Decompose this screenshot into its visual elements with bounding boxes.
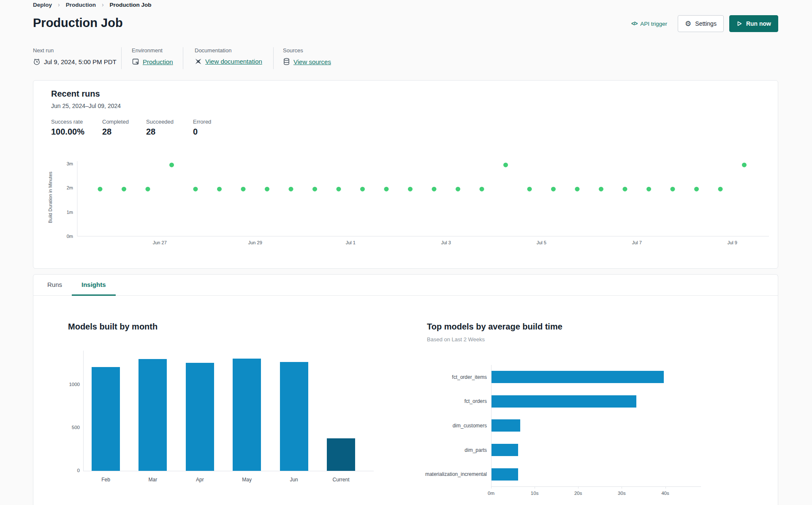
month-bar[interactable] <box>92 367 120 471</box>
month-bar[interactable] <box>139 359 167 471</box>
run-point[interactable] <box>122 187 126 192</box>
y-axis-line <box>83 351 84 471</box>
run-point[interactable] <box>289 187 293 192</box>
settings-button[interactable]: ⚙ Settings <box>678 15 724 32</box>
x-tick-mark <box>622 486 622 489</box>
y-tick: 0m <box>67 234 73 239</box>
tab-insights[interactable]: Insights <box>72 275 116 296</box>
run-point[interactable] <box>432 187 437 192</box>
run-point[interactable] <box>599 187 603 192</box>
build-time-bar[interactable] <box>492 371 664 383</box>
y-tick: 1m <box>67 210 73 215</box>
run-point[interactable] <box>408 187 413 192</box>
x-tick: Jul 3 <box>441 240 451 245</box>
next-run-value: Jul 9, 2024, 5:00 PM PDT <box>44 58 117 65</box>
api-trigger-label: API trigger <box>640 21 667 27</box>
header-actions: </> API trigger ⚙ Settings Run now <box>631 15 778 32</box>
x-axis-line <box>491 486 701 487</box>
gear-icon: ⚙ <box>685 20 691 27</box>
build-time-bar[interactable] <box>492 444 518 456</box>
environment-icon <box>132 58 139 65</box>
info-label: Environment <box>132 47 173 54</box>
run-point[interactable] <box>312 187 317 192</box>
run-point[interactable] <box>742 162 747 167</box>
x-tick-mark <box>535 486 535 489</box>
build-time-bar[interactable] <box>492 468 518 481</box>
model-label: materialization_incremental <box>343 471 487 477</box>
x-tick: Jul 7 <box>632 240 642 245</box>
x-category-label: Jun <box>273 477 315 483</box>
x-category-label: Mar <box>132 477 174 483</box>
view-sources-link[interactable]: View sources <box>293 58 331 65</box>
run-point[interactable] <box>217 187 222 192</box>
run-point[interactable] <box>671 187 675 192</box>
run-point[interactable] <box>646 187 651 192</box>
insights-card: Runs Insights Models built by month 0500… <box>33 274 778 505</box>
models-by-month-chart: 05001000FebMarAprMayJunCurrent <box>41 346 396 492</box>
api-trigger-link[interactable]: </> API trigger <box>631 21 667 27</box>
run-now-button[interactable]: Run now <box>729 15 778 32</box>
run-point[interactable] <box>193 187 198 192</box>
run-point[interactable] <box>551 187 556 192</box>
run-duration-chart: Build Duration in Minutes 3m2m1m0mJun 27… <box>41 159 771 251</box>
info-label: Documentation <box>195 47 262 54</box>
breadcrumb-production-job: Production Job <box>110 2 152 8</box>
run-point[interactable] <box>146 187 150 192</box>
run-point[interactable] <box>718 187 723 192</box>
run-point[interactable] <box>98 187 103 192</box>
run-point[interactable] <box>480 187 484 192</box>
run-point[interactable] <box>384 187 389 192</box>
model-label: dim_customers <box>343 423 487 429</box>
run-point[interactable] <box>265 187 269 192</box>
page: Deploy › Production › Production Job Pro… <box>0 0 812 505</box>
tab-runs[interactable]: Runs <box>38 275 72 296</box>
build-time-bar[interactable] <box>492 395 636 408</box>
x-tick: Jul 1 <box>346 240 356 245</box>
month-bar[interactable] <box>280 362 308 471</box>
build-time-bar[interactable] <box>492 419 520 432</box>
x-tick: 10s <box>524 491 545 496</box>
info-next-run: Next run Jul 9, 2024, 5:00 PM PDT <box>33 47 117 65</box>
y-tick: 1000 <box>58 382 80 387</box>
x-category-label: May <box>226 477 268 483</box>
x-tick-mark <box>665 486 666 489</box>
run-point[interactable] <box>623 187 627 192</box>
y-tick: 3m <box>67 161 73 166</box>
clock-icon <box>33 58 41 65</box>
run-point[interactable] <box>575 187 580 192</box>
y-tick: 0 <box>58 468 80 473</box>
recent-runs-date-range: Jun 25, 2024–Jul 09, 2024 <box>51 103 121 109</box>
chevron-right-icon: › <box>58 1 60 8</box>
run-point[interactable] <box>503 162 508 167</box>
run-point[interactable] <box>169 162 174 167</box>
breadcrumb-deploy[interactable]: Deploy <box>33 2 52 8</box>
run-point[interactable] <box>337 187 341 192</box>
breadcrumb-production[interactable]: Production <box>66 2 96 8</box>
run-point[interactable] <box>241 187 246 192</box>
x-tick: 40s <box>655 491 676 496</box>
month-bar[interactable] <box>186 363 214 471</box>
run-point[interactable] <box>527 187 532 192</box>
recent-runs-stats: Success rate 100.00% Completed 28 Succee… <box>51 119 231 137</box>
environment-link[interactable]: Production <box>143 58 173 65</box>
model-label: fct_orders <box>343 398 487 404</box>
month-bar[interactable] <box>233 359 261 471</box>
page-title: Production Job <box>33 16 123 30</box>
chevron-right-icon: › <box>102 1 104 8</box>
model-label: fct_order_items <box>343 374 487 380</box>
run-point[interactable] <box>694 187 699 192</box>
x-axis-line <box>83 471 374 471</box>
y-tick: 2m <box>67 185 73 190</box>
run-point[interactable] <box>456 187 460 192</box>
x-tick: 30s <box>611 491 632 496</box>
run-now-label: Run now <box>746 20 771 27</box>
divider <box>183 47 183 69</box>
info-sources: Sources View sources <box>283 47 331 65</box>
view-documentation-link[interactable]: View documentation <box>205 58 262 65</box>
run-point[interactable] <box>360 187 365 192</box>
stat-completed: Completed 28 <box>102 119 146 137</box>
tab-bar: Runs Insights <box>33 275 778 296</box>
docs-icon <box>195 58 202 65</box>
settings-label: Settings <box>695 20 717 27</box>
models-by-month-title: Models built by month <box>68 322 158 332</box>
